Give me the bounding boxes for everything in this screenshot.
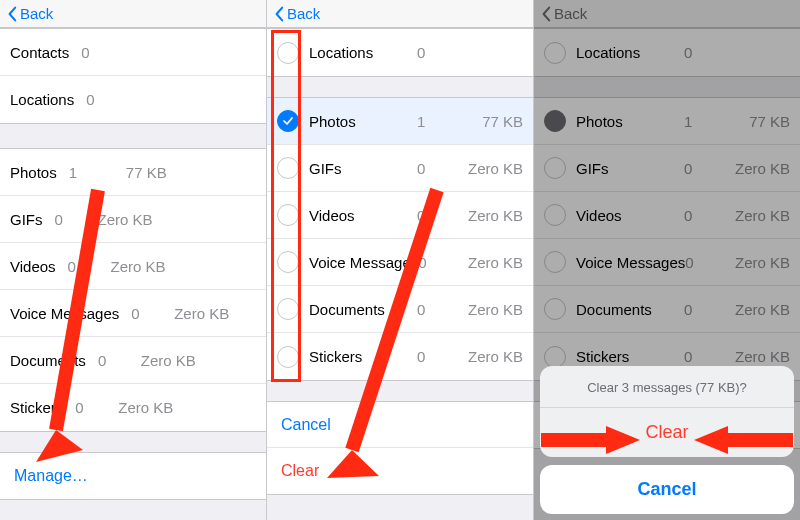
clear-label: Clear (281, 462, 319, 480)
row-gifs[interactable]: GIFs 0 Zero KB (0, 196, 266, 243)
navbar: Back (0, 0, 266, 28)
row-documents[interactable]: Documents 0 Zero KB (0, 337, 266, 384)
row-count: 0 (68, 258, 98, 275)
row-count: 0 (417, 207, 455, 224)
navbar: Back (267, 0, 533, 28)
row-label: Photos (10, 164, 57, 181)
clear-button[interactable]: Clear (267, 448, 533, 494)
row-label: Videos (10, 258, 56, 275)
list-section-media: Photos 1 77 KB GIFs 0 Zero KB Videos 0 Z… (0, 148, 266, 432)
row-count: 0 (417, 160, 455, 177)
list-section-top: Locations 0 (267, 28, 533, 77)
row-size: Zero KB (85, 211, 153, 228)
row-label: Documents (10, 352, 86, 369)
row-label: Photos (309, 113, 356, 130)
row-count: 0 (55, 211, 85, 228)
chevron-left-icon (6, 6, 18, 22)
row-locations[interactable]: Locations 0 (0, 76, 266, 123)
row-label: Stickers (309, 348, 362, 365)
row-count: 0 (86, 91, 116, 108)
row-size: Zero KB (455, 301, 523, 318)
row-label: Stickers (10, 399, 63, 416)
row-label: Voice Messages (309, 254, 418, 271)
row-count: 1 (417, 113, 455, 130)
list-section-media: Photos 1 77 KB GIFs 0 Zero KB Videos 0 Z… (267, 97, 533, 381)
row-count: 0 (418, 254, 456, 271)
row-label: Locations (10, 91, 74, 108)
radio-icon[interactable] (277, 42, 299, 64)
row-label: Documents (309, 301, 385, 318)
row-count: 1 (69, 164, 99, 181)
panel-storage-list: Back Contacts 0 Locations 0 Photos 1 77 … (0, 0, 267, 520)
radio-icon[interactable] (277, 298, 299, 320)
row-photos[interactable]: Photos 1 77 KB (267, 98, 533, 145)
row-videos[interactable]: Videos 0 Zero KB (267, 192, 533, 239)
radio-icon[interactable] (277, 346, 299, 368)
row-label: GIFs (10, 211, 43, 228)
panel-confirm-clear: Back Locations 0 Photos 1 77 KB GIFs 0 (534, 0, 800, 520)
action-sheet-card: Clear 3 messages (77 KB)? Clear (540, 366, 794, 457)
row-size: Zero KB (128, 352, 196, 369)
row-voice-messages[interactable]: Voice Messages 0 Zero KB (267, 239, 533, 286)
radio-icon[interactable] (277, 157, 299, 179)
row-size: Zero KB (455, 160, 523, 177)
row-voice-messages[interactable]: Voice Messages 0 Zero KB (0, 290, 266, 337)
row-documents[interactable]: Documents 0 Zero KB (267, 286, 533, 333)
row-count: 0 (417, 301, 455, 318)
row-size: 77 KB (455, 113, 523, 130)
row-count: 0 (98, 352, 128, 369)
actions: Cancel Clear (267, 401, 533, 495)
sheet-cancel-button[interactable]: Cancel (540, 465, 794, 514)
action-sheet: Clear 3 messages (77 KB)? Clear Cancel (540, 366, 794, 514)
row-count: 0 (131, 305, 161, 322)
radio-checked-icon[interactable] (277, 110, 299, 132)
manage-button[interactable]: Manage… (0, 453, 266, 499)
back-button[interactable]: Back (273, 5, 320, 22)
row-photos[interactable]: Photos 1 77 KB (0, 149, 266, 196)
chevron-left-icon (273, 6, 285, 22)
row-label: Locations (309, 44, 373, 61)
row-count: 0 (81, 44, 111, 61)
row-size: Zero KB (98, 258, 166, 275)
row-size: Zero KB (455, 207, 523, 224)
row-size: Zero KB (455, 348, 523, 365)
row-label: Voice Messages (10, 305, 119, 322)
radio-icon[interactable] (277, 251, 299, 273)
back-label: Back (287, 5, 320, 22)
row-label: GIFs (309, 160, 342, 177)
row-stickers[interactable]: Stickers 0 Zero KB (267, 333, 533, 380)
radio-icon[interactable] (277, 204, 299, 226)
actions: Manage… (0, 452, 266, 500)
row-label: Contacts (10, 44, 69, 61)
row-locations[interactable]: Locations 0 (267, 29, 533, 76)
back-label: Back (20, 5, 53, 22)
row-stickers[interactable]: Stickers 0 Zero KB (0, 384, 266, 431)
action-sheet-title: Clear 3 messages (77 KB)? (540, 366, 794, 408)
row-label: Videos (309, 207, 355, 224)
back-button[interactable]: Back (6, 5, 53, 22)
row-count: 0 (417, 44, 455, 61)
sheet-clear-label: Clear (645, 422, 688, 442)
sheet-clear-button[interactable]: Clear (540, 408, 794, 457)
panel-select-media: Back Locations 0 Photos 1 77 KB (267, 0, 534, 520)
row-size: Zero KB (161, 305, 229, 322)
row-count: 0 (417, 348, 455, 365)
row-videos[interactable]: Videos 0 Zero KB (0, 243, 266, 290)
row-size: Zero KB (105, 399, 173, 416)
cancel-button[interactable]: Cancel (267, 402, 533, 448)
sheet-cancel-label: Cancel (637, 479, 696, 499)
row-contacts[interactable]: Contacts 0 (0, 29, 266, 76)
row-size: Zero KB (456, 254, 523, 271)
manage-label: Manage… (14, 467, 88, 485)
list-section-contacts: Contacts 0 Locations 0 (0, 28, 266, 124)
row-size: 77 KB (99, 164, 167, 181)
row-count: 0 (75, 399, 105, 416)
row-gifs[interactable]: GIFs 0 Zero KB (267, 145, 533, 192)
cancel-label: Cancel (281, 416, 331, 434)
